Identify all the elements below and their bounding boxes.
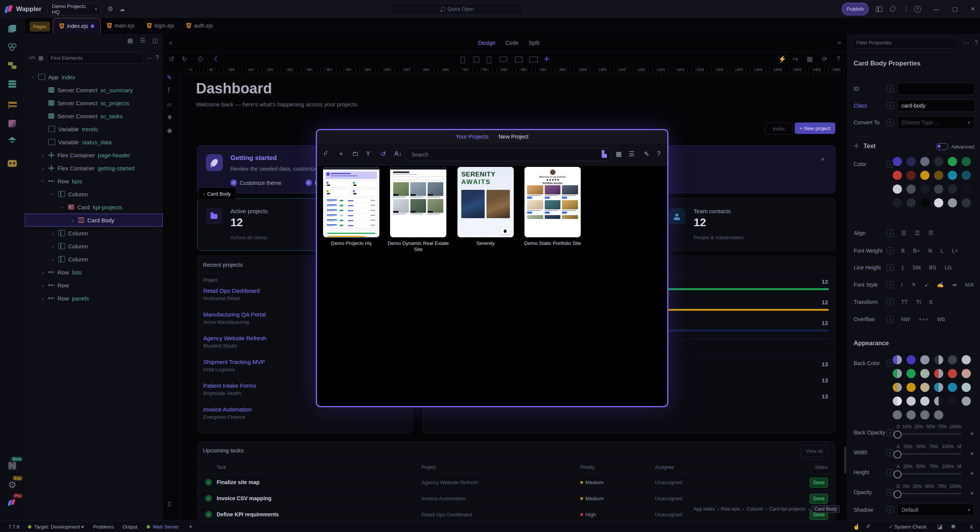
table-view-icon[interactable]: ▦ bbox=[38, 55, 43, 61]
slider-tick[interactable]: 75% bbox=[929, 444, 938, 449]
line-height-option[interactable]: SM bbox=[913, 264, 921, 271]
tree-item[interactable]: › Column bbox=[25, 227, 163, 240]
color-swatch[interactable] bbox=[934, 157, 943, 166]
tree-chevron-icon[interactable]: › bbox=[70, 217, 75, 224]
color-swatch[interactable] bbox=[934, 355, 943, 364]
font-style-option[interactable]: N/A bbox=[965, 282, 974, 288]
id-input[interactable] bbox=[897, 83, 975, 95]
cloud-sync-icon[interactable]: ☁ bbox=[119, 6, 125, 13]
tab-new-project[interactable]: New Project bbox=[498, 134, 528, 140]
collapse-right-icon[interactable]: » bbox=[838, 39, 841, 46]
pages-button[interactable]: Pages bbox=[30, 22, 50, 31]
history-icon[interactable]: ↺ bbox=[381, 150, 386, 158]
transform-option[interactable]: Tt bbox=[916, 299, 921, 305]
color-swatch[interactable] bbox=[962, 184, 971, 194]
tree-chevron-icon[interactable]: › bbox=[51, 243, 55, 250]
drag-section-icon[interactable]: ✛ bbox=[854, 142, 859, 150]
color-swatch[interactable] bbox=[934, 171, 943, 180]
tree-chevron-icon[interactable]: › bbox=[60, 205, 66, 209]
info-icon[interactable]: i bbox=[887, 281, 893, 288]
project-search-input[interactable] bbox=[405, 148, 611, 161]
color-swatch[interactable] bbox=[962, 369, 971, 378]
recent-project-row[interactable]: Invoice Automation Evergreen Finance bbox=[203, 406, 406, 430]
tree-item[interactable]: › Card kpi-projects bbox=[25, 201, 163, 214]
rail-schema-icon[interactable] bbox=[5, 59, 19, 72]
color-swatch[interactable] bbox=[920, 383, 929, 392]
color-swatch[interactable] bbox=[893, 198, 902, 207]
color-swatch[interactable] bbox=[920, 355, 929, 364]
overflow-option[interactable]: Wb bbox=[937, 316, 945, 322]
color-swatch[interactable] bbox=[906, 397, 916, 406]
height-slider[interactable] bbox=[893, 470, 902, 478]
add-folder-icon[interactable]: 🗀 bbox=[352, 150, 359, 158]
tree-item[interactable]: › Server Connect sc_tasks bbox=[25, 109, 163, 122]
color-swatch[interactable] bbox=[893, 369, 902, 378]
slider-tick[interactable]: 25% bbox=[914, 424, 923, 429]
slider-tick[interactable]: 75% bbox=[938, 424, 947, 429]
slider-tick[interactable]: 50% bbox=[916, 464, 925, 469]
color-swatch[interactable] bbox=[893, 184, 902, 194]
rail-pro-icon[interactable]: Pro bbox=[5, 496, 19, 509]
color-swatch[interactable] bbox=[948, 198, 957, 207]
clear-icon[interactable]: × bbox=[970, 430, 973, 437]
window-minimize-button[interactable]: — bbox=[933, 0, 939, 18]
device-laptop-icon[interactable] bbox=[500, 57, 507, 62]
rename-icon[interactable]: ✎ bbox=[644, 150, 649, 158]
color-swatch[interactable] bbox=[948, 157, 957, 166]
color-swatch[interactable] bbox=[962, 198, 971, 207]
font-style-option[interactable]: ✎ bbox=[911, 282, 916, 288]
color-swatch[interactable] bbox=[906, 184, 916, 194]
publish-button[interactable]: Publish bbox=[842, 3, 869, 15]
rail-assistant-icon[interactable] bbox=[5, 157, 19, 170]
git-fork-icon[interactable]: Y bbox=[366, 150, 370, 158]
color-swatch[interactable] bbox=[948, 369, 957, 378]
rail-styles-icon[interactable] bbox=[5, 117, 19, 131]
slider-tick[interactable]: D bbox=[897, 424, 900, 429]
slider-tick[interactable]: M bbox=[957, 464, 961, 469]
shadow-select[interactable]: Default▾ bbox=[897, 504, 974, 516]
color-swatch[interactable] bbox=[934, 397, 943, 406]
canvas-scrollbar[interactable] bbox=[844, 447, 846, 473]
grid-small-view-icon[interactable]: ▦ bbox=[616, 150, 622, 158]
color-swatch[interactable] bbox=[920, 184, 929, 194]
project-card[interactable]: SERENITY AWAITS Serenity bbox=[457, 167, 514, 237]
tree-item[interactable]: › Row panels bbox=[25, 292, 163, 305]
rail-database-icon[interactable] bbox=[5, 77, 19, 91]
task-row[interactable]: ✓ Invoice CSV mapping Invoice Automation… bbox=[198, 491, 835, 507]
group-view-icon[interactable]: ⠞ bbox=[323, 150, 328, 158]
slider-tick[interactable]: 100% bbox=[949, 424, 961, 429]
convert-to-select[interactable]: Choose Type ...▾ bbox=[897, 116, 974, 129]
tree-list-icon[interactable]: ☰ bbox=[140, 37, 145, 44]
system-check-button[interactable]: ✓ System Check bbox=[889, 524, 926, 530]
more-options-icon[interactable]: ⋯ bbox=[146, 54, 152, 62]
theme-drop-icon[interactable] bbox=[890, 0, 895, 18]
thumbs-up-icon[interactable]: ☝ bbox=[853, 523, 860, 530]
font-style-option[interactable]: ➹ bbox=[924, 282, 929, 288]
cleanup-icon[interactable]: ✐ bbox=[866, 523, 871, 530]
slider-tick[interactable]: M bbox=[957, 444, 961, 449]
clear-icon[interactable]: × bbox=[970, 470, 973, 477]
line-height-option[interactable]: LG bbox=[944, 264, 952, 271]
rail-extensions-icon[interactable]: Beta bbox=[5, 459, 19, 473]
rail-pages-icon[interactable] bbox=[5, 22, 19, 36]
color-swatch[interactable] bbox=[920, 410, 929, 419]
color-swatch[interactable] bbox=[893, 157, 902, 166]
color-swatch[interactable] bbox=[906, 383, 916, 392]
color-swatch[interactable] bbox=[893, 410, 902, 419]
info-icon[interactable]: i bbox=[887, 247, 893, 254]
font-style-option[interactable]: ✍ bbox=[937, 282, 943, 288]
quick-open-button[interactable]: Quick Open bbox=[390, 3, 524, 15]
rail-experimental-icon[interactable]: ⚙ Exp bbox=[5, 478, 19, 492]
tree-item[interactable]: › Flex Container getting-started bbox=[25, 162, 163, 175]
measure-tool-icon[interactable]: ▱ bbox=[167, 101, 172, 108]
info-icon[interactable]: i bbox=[887, 264, 893, 271]
line-height-option[interactable]: BS bbox=[929, 264, 936, 271]
color-swatch[interactable] bbox=[893, 397, 902, 406]
slider-tick[interactable]: 100% bbox=[942, 444, 954, 449]
info-icon[interactable]: i bbox=[887, 429, 893, 436]
editor-tab[interactable]: auth.ejs bbox=[180, 18, 219, 33]
color-swatch[interactable] bbox=[934, 410, 943, 419]
panel-more-icon[interactable]: ⋯ bbox=[963, 39, 969, 46]
project-card[interactable]: Demo Dynamic Real Estate Site bbox=[390, 167, 446, 237]
tree-item[interactable]: › Server Connect sc_projects bbox=[25, 96, 163, 109]
